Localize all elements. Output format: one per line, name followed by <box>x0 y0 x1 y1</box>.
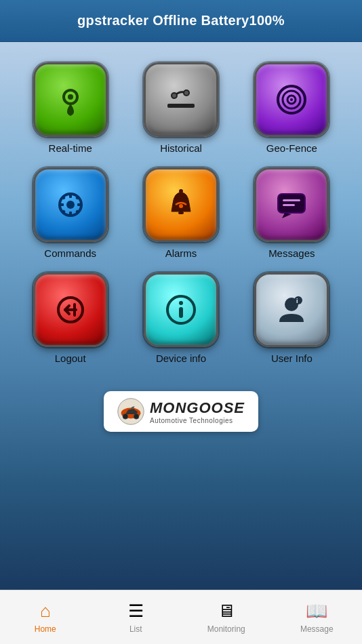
svg-point-31 <box>179 301 183 305</box>
message-label: Message <box>300 624 334 634</box>
svg-point-12 <box>66 201 75 209</box>
logo-container: MONGOOSE Automotive Technologies <box>104 391 258 432</box>
geofence-label: Geo-Fence <box>266 142 317 154</box>
logout-button[interactable] <box>33 273 108 347</box>
svg-point-5 <box>172 94 176 98</box>
list-icon: ☰ <box>128 601 144 622</box>
commands-label: Commands <box>44 247 96 259</box>
svg-rect-14 <box>77 203 81 206</box>
historical-button[interactable] <box>144 62 218 137</box>
header-title: gpstracker Offline Battery100% <box>77 13 285 28</box>
grid-item-userinfo[interactable]: i User Info <box>247 273 337 364</box>
deviceinfo-button[interactable] <box>144 273 218 347</box>
svg-point-22 <box>179 189 183 193</box>
app-header: gpstracker Offline Battery100% <box>0 0 362 42</box>
svg-rect-25 <box>283 199 300 201</box>
logout-label: Logout <box>55 353 86 364</box>
svg-point-23 <box>179 204 183 208</box>
svg-rect-26 <box>283 204 295 206</box>
grid-item-commands[interactable]: Commands <box>25 167 115 259</box>
realtime-button[interactable] <box>33 62 108 137</box>
grid-item-historical[interactable]: Historical <box>136 62 226 154</box>
nav-item-message[interactable]: 📖 Message <box>272 601 363 634</box>
monitoring-label: Monitoring <box>207 624 245 634</box>
nav-item-home[interactable]: ⌂ Home <box>0 601 91 634</box>
svg-point-1 <box>68 94 73 100</box>
bottom-nav: ⌂ Home ☰ List 🖥 Monitoring 📖 Message <box>0 590 362 644</box>
nav-item-monitoring[interactable]: 🖥 Monitoring <box>181 601 272 634</box>
svg-rect-21 <box>178 212 184 214</box>
deviceinfo-label: Device info <box>156 353 206 364</box>
svg-point-38 <box>134 414 139 419</box>
logo-main-text: MONGOOSE <box>150 399 245 417</box>
userinfo-button[interactable]: i <box>254 273 329 347</box>
commands-button[interactable] <box>33 167 108 242</box>
svg-rect-28 <box>73 303 76 317</box>
alarms-label: Alarms <box>165 247 197 259</box>
svg-point-33 <box>294 296 302 304</box>
alarms-button[interactable] <box>144 167 218 242</box>
svg-point-37 <box>123 414 128 419</box>
svg-rect-30 <box>179 307 183 318</box>
grid-item-logout[interactable]: Logout <box>25 273 115 364</box>
home-icon: ⌂ <box>40 601 51 622</box>
messages-label: Messages <box>268 247 315 259</box>
svg-rect-13 <box>60 203 64 206</box>
geofence-button[interactable] <box>254 62 329 137</box>
grid-item-messages[interactable]: Messages <box>247 167 337 259</box>
messages-button[interactable] <box>254 167 329 242</box>
svg-rect-24 <box>278 194 305 213</box>
grid-item-geofence[interactable]: Geo-Fence <box>247 62 337 154</box>
grid-item-deviceinfo[interactable]: Device info <box>136 273 226 364</box>
icon-grid: Real-time Historical <box>25 62 337 364</box>
logo-text: MONGOOSE Automotive Technologies <box>150 399 245 424</box>
svg-rect-16 <box>69 212 72 216</box>
logo-icon <box>117 398 144 425</box>
logo-sub-text: Automotive Technologies <box>150 417 233 424</box>
svg-text:i: i <box>296 298 298 304</box>
userinfo-label: User Info <box>271 353 313 364</box>
logo-area: MONGOOSE Automotive Technologies <box>104 391 258 432</box>
home-label: Home <box>35 624 56 634</box>
realtime-label: Real-time <box>49 142 92 154</box>
historical-label: Historical <box>160 142 202 154</box>
grid-item-realtime[interactable]: Real-time <box>25 62 115 154</box>
svg-point-6 <box>184 91 188 95</box>
svg-point-10 <box>290 98 293 101</box>
message-icon: 📖 <box>306 601 327 622</box>
monitoring-icon: 🖥 <box>218 601 235 622</box>
svg-rect-15 <box>69 194 72 198</box>
list-label: List <box>129 624 142 634</box>
grid-item-alarms[interactable]: Alarms <box>136 167 226 259</box>
svg-rect-2 <box>167 104 195 108</box>
main-content: Real-time Historical <box>0 42 362 590</box>
nav-item-list[interactable]: ☰ List <box>91 601 182 634</box>
